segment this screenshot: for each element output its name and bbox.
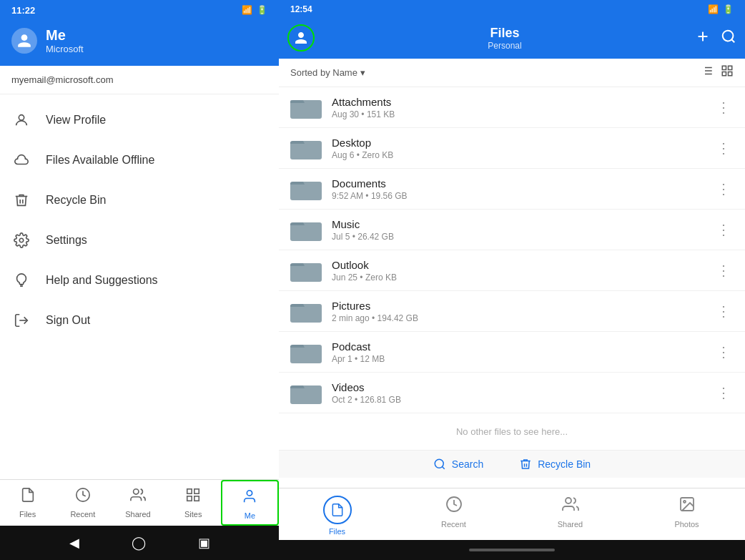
menu-item-settings[interactable]: Settings [0, 220, 279, 260]
folder-icon [290, 339, 322, 365]
sort-button[interactable]: Sorted by Name ▾ [290, 67, 365, 78]
nav-recent[interactable]: Recent [55, 480, 110, 526]
file-more-button[interactable]: ⋮ [714, 300, 734, 323]
right-status-bar: 12:54 📶 🔋 [279, 0, 745, 19]
right-nav-photos-label: Photos [674, 520, 699, 529]
nav-files[interactable]: Files [0, 480, 55, 526]
folder-icon [290, 217, 322, 242]
file-item-podcast[interactable]: Podcast Apr 1 • 12 MB ⋮ [279, 332, 745, 373]
file-meta: 9:52 AM • 19.56 GB [332, 191, 714, 201]
file-more-button[interactable]: ⋮ [714, 218, 734, 241]
recent-right-icon [445, 496, 463, 517]
folder-icon [290, 380, 322, 406]
file-name: Documents [332, 177, 714, 190]
grid-view-icon[interactable] [721, 64, 734, 81]
file-more-button[interactable]: ⋮ [714, 96, 734, 119]
file-more-button[interactable]: ⋮ [714, 381, 734, 404]
menu-item-sign-out[interactable]: Sign Out [0, 300, 279, 340]
help-label: Help and Suggestions [46, 274, 158, 287]
file-more-button[interactable]: ⋮ [714, 137, 734, 159]
search-bottom-button[interactable]: Search [433, 458, 483, 471]
file-item-outlook[interactable]: Outlook Jun 25 • Zero KB ⋮ [279, 250, 745, 291]
svg-point-11 [247, 491, 252, 496]
signout-icon [11, 310, 31, 330]
file-item-videos[interactable]: Videos Oct 2 • 126.81 GB ⋮ [279, 373, 745, 413]
nav-files-label: Files [19, 510, 36, 519]
file-meta: Jul 5 • 26.42 GB [332, 232, 714, 242]
home-button[interactable]: ◯ [132, 535, 146, 551]
sort-arrow: ▾ [360, 67, 365, 78]
file-info: Pictures 2 min ago • 194.42 GB [332, 300, 714, 323]
svg-rect-23 [729, 66, 732, 69]
recycle-bin-bottom-button[interactable]: Recycle Bin [519, 458, 591, 471]
folder-icon [290, 135, 322, 161]
wifi-icon: 📶 [708, 4, 719, 14]
file-item-music[interactable]: Music Jul 5 • 26.42 GB ⋮ [279, 210, 745, 250]
right-status-icons: 📶 🔋 [708, 4, 734, 14]
file-item-desktop[interactable]: Desktop Aug 6 • Zero KB ⋮ [279, 128, 745, 169]
recents-button[interactable]: ▣ [198, 535, 210, 551]
right-nav-files[interactable]: Files [279, 488, 395, 540]
svg-point-40 [684, 501, 686, 503]
nav-shared[interactable]: Shared [110, 480, 165, 526]
sort-bar: Sorted by Name ▾ [279, 59, 745, 87]
battery-icon: 🔋 [257, 5, 267, 15]
signal-icon: 📶 [242, 5, 252, 15]
sign-out-label: Sign Out [46, 314, 90, 327]
file-name: Music [332, 218, 714, 230]
battery-icon-right: 🔋 [723, 4, 734, 14]
add-button[interactable] [695, 29, 711, 48]
file-item-attachments[interactable]: Attachments Aug 30 • 151 KB ⋮ [279, 87, 745, 128]
file-more-button[interactable]: ⋮ [714, 259, 734, 282]
file-name: Outlook [332, 259, 714, 271]
list-view-icon[interactable] [701, 64, 714, 81]
file-info: Desktop Aug 6 • Zero KB [332, 137, 714, 160]
menu-item-files-offline[interactable]: Files Available Offline [0, 140, 279, 180]
left-time: 11:22 [11, 5, 35, 16]
file-name: Pictures [332, 300, 714, 312]
right-bottom-nav: Files Recent Shared [279, 488, 745, 540]
left-status-icons: 📶 🔋 [242, 5, 267, 15]
recycle-label: Recycle Bin [538, 458, 591, 470]
file-info: Videos Oct 2 • 126.81 GB [332, 381, 714, 405]
settings-label: Settings [46, 234, 87, 247]
sort-label: Sorted by Name [290, 67, 357, 78]
right-nav-recent[interactable]: Recent [395, 488, 512, 540]
sites-nav-icon [185, 487, 201, 507]
file-list: Attachments Aug 30 • 151 KB ⋮ Desktop Au… [279, 87, 745, 488]
folder-icon [290, 176, 322, 202]
search-button[interactable] [721, 29, 736, 48]
svg-rect-24 [722, 72, 726, 76]
svg-rect-10 [194, 496, 199, 501]
header-right-icons [695, 29, 736, 48]
file-meta: Aug 30 • 151 KB [332, 109, 714, 119]
file-info: Podcast Apr 1 • 12 MB [332, 340, 714, 364]
cloud-icon [11, 150, 31, 170]
left-header: Me Microsoft [0, 20, 279, 66]
menu-item-help[interactable]: Help and Suggestions [0, 260, 279, 300]
file-meta: Aug 6 • Zero KB [332, 150, 714, 160]
left-menu: View Profile Files Available Offline Rec… [0, 94, 279, 479]
file-item-documents[interactable]: Documents 9:52 AM • 19.56 GB ⋮ [279, 169, 745, 210]
recent-nav-icon [75, 487, 91, 507]
files-nav-icon [20, 487, 36, 507]
right-nav-photos[interactable]: Photos [628, 488, 745, 540]
file-item-pictures[interactable]: Pictures 2 min ago • 194.42 GB ⋮ [279, 291, 745, 332]
nav-sites[interactable]: Sites [166, 480, 221, 526]
back-button[interactable]: ◀ [69, 535, 79, 551]
right-nav-files-label: Files [329, 527, 345, 536]
file-more-button[interactable]: ⋮ [714, 177, 734, 200]
right-android-nav [279, 540, 745, 560]
file-info: Music Jul 5 • 26.42 GB [332, 218, 714, 242]
svg-rect-22 [722, 66, 726, 69]
right-nav-shared[interactable]: Shared [512, 488, 628, 540]
svg-point-14 [723, 30, 734, 41]
menu-item-view-profile[interactable]: View Profile [0, 100, 279, 140]
file-more-button[interactable]: ⋮ [714, 340, 734, 363]
left-header-title: Me [46, 27, 84, 44]
profile-avatar-button[interactable] [287, 24, 315, 51]
menu-item-recycle-bin[interactable]: Recycle Bin [0, 180, 279, 220]
nav-me[interactable]: Me [221, 480, 279, 526]
left-panel: 11:22 📶 🔋 Me Microsoft myemail@microsoft… [0, 0, 279, 560]
me-nav-icon [242, 488, 257, 509]
